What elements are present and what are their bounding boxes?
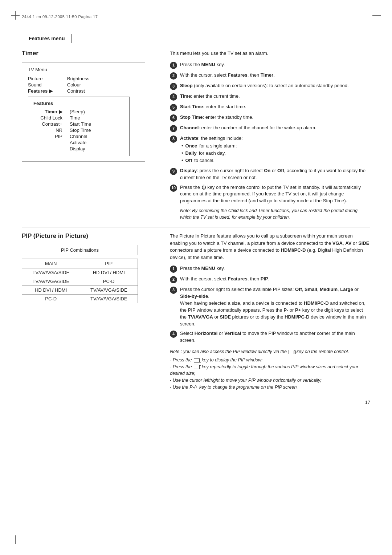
pip-left-col: PIP (Picture in Picture) PIP Combination…	[22, 232, 167, 390]
section-divider-1	[22, 227, 370, 227]
activate-bullets: • Once for a single alarm; • Daily for e…	[181, 143, 370, 164]
fsb-starttime: Start Time	[70, 121, 91, 127]
step-text-3: Sleep (only available on certain version…	[180, 82, 370, 89]
pip-step-1: 1 Press the MENU key.	[170, 265, 370, 273]
pip-col-main: MAIN	[22, 259, 80, 268]
pip-step-4: 4 Select Horizontal or Vertical to move …	[170, 330, 370, 344]
fsb-contrast: Contrast+	[33, 121, 62, 127]
step-num-4: 4	[170, 93, 177, 101]
pip-instructions: 1 Press the MENU key. 2 With the cursor,…	[170, 265, 370, 344]
pip-row1-main: TV/AV/VGA/SIDE	[22, 268, 80, 277]
step-text-5: Start Time: enter the start time.	[180, 104, 370, 110]
pip-note-b2: - Press the key repeatedly to toggle thr…	[170, 364, 370, 377]
pip-step-num-3: 3	[170, 287, 177, 294]
pip-step-text-3: Press the cursor right to select the ava…	[180, 286, 370, 327]
pip-row-2: TV/AV/VGA/SIDE PC-D	[22, 277, 138, 286]
pip-intro: The Picture In Picture feature allows yo…	[170, 232, 370, 261]
fsb-nr: NR	[33, 127, 62, 133]
pip-row-3: HD DVI / HDMI TV/AV/VGA/SIDE	[22, 286, 138, 295]
timer-step-9: 9 Display: press the cursor right to sel…	[170, 167, 370, 181]
step-num-7: 7	[170, 125, 177, 132]
timer-note: Note: By combining the Child lock and Ti…	[180, 207, 370, 220]
features-sub-items: Timer ▶ Child Lock Contrast+ NR PIP (Sle…	[33, 109, 124, 151]
fsb-pip: PIP	[33, 134, 62, 139]
timer-step-3: 3 Sleep (only available on certain versi…	[170, 82, 370, 90]
timer-step-1: 1 Press the MENU key.	[170, 61, 370, 69]
fsb-sleep: (Sleep)	[70, 109, 91, 114]
pip-row4-main: PC-D	[22, 295, 80, 303]
step-text-10: Press the ⏻ key on the remote control to…	[180, 184, 370, 205]
fsb-activate: Activate	[70, 140, 91, 145]
pip-step-text-2: With the cursor, select Features, then P…	[180, 276, 370, 283]
tv-menu-colour: Colour	[67, 82, 89, 88]
pip-note-b1: - Press the key to display the PIP windo…	[170, 357, 370, 364]
timer-step-7: 7 Channel: enter the number of the chann…	[170, 125, 370, 132]
pip-row4-pip: TV/AV/VGA/SIDE	[80, 295, 138, 303]
fsb-display: Display	[70, 146, 91, 151]
tv-menu-col2: Brightness Colour Contrast	[67, 76, 89, 94]
step-num-3: 3	[170, 83, 177, 90]
activate-once: • Once for a single alarm;	[181, 143, 370, 150]
step-num-5: 5	[170, 104, 177, 111]
step-num-8: 8	[170, 135, 177, 143]
pip-row3-pip: TV/AV/VGA/SIDE	[80, 286, 138, 295]
pip-step-text-1: Press the MENU key.	[180, 265, 370, 272]
pip-table-wrapper: PIP Combinations MAIN PIP TV/AV/VGA/SIDE…	[22, 245, 158, 303]
timer-left-col: Timer TV Menu Picture Sound Features ▶ B…	[22, 50, 167, 220]
step-text-4: Time: enter the current time.	[180, 93, 370, 100]
tv-menu-box: TV Menu Picture Sound Features ▶ Brightn…	[22, 62, 145, 162]
tv-menu-brightness: Brightness	[67, 76, 89, 81]
pip-col-pip: PIP	[80, 259, 138, 268]
features-sub-title: Features	[33, 101, 124, 106]
timer-step-8: 8 Activate: the settings include: • Once…	[170, 135, 370, 165]
timer-instructions: 1 Press the MENU key. 2 With the cursor,…	[170, 61, 370, 205]
top-divider	[22, 30, 370, 30]
meta-line: 2444.1 en 09-12-2005 11:50 Pagina 17	[22, 15, 370, 19]
step-text-6: Stop Time: enter the standby time.	[180, 114, 370, 121]
page-number: 17	[22, 400, 370, 405]
timer-step-6: 6 Stop Time: enter the standby time.	[170, 114, 370, 122]
step-text-9: Display: press the cursor right to selec…	[180, 167, 370, 181]
timer-right-col: This menu lets you use the TV set as an …	[167, 50, 370, 220]
pip-note-b3: - Use the cursor left/right to move your…	[170, 377, 370, 384]
tv-menu-features: Features ▶	[28, 88, 53, 94]
fsb-childlock: Child Lock	[33, 115, 62, 121]
pip-row2-pip: PC-D	[80, 277, 138, 286]
step-num-10: 10	[170, 185, 177, 192]
pip-row2-main: TV/AV/VGA/SIDE	[22, 277, 80, 286]
fsb-timer: Timer ▶	[33, 109, 62, 114]
pip-icon-1	[194, 358, 200, 362]
step-num-6: 6	[170, 114, 177, 122]
features-menu-heading: Features menu	[22, 34, 72, 43]
timer-step-2: 2 With the cursor, select Features, then…	[170, 72, 370, 80]
pip-row3-main: HD DVI / HDMI	[22, 286, 80, 295]
crosshair-top-right	[372, 11, 381, 20]
pip-row1-pip: HD DVI / HDMI	[80, 268, 138, 277]
pip-section: PIP (Picture in Picture) PIP Combination…	[22, 232, 370, 390]
step-text-8: Activate: the settings include: • Once f…	[180, 135, 370, 165]
pip-note-main: Note : you can also access the PIP windo…	[170, 348, 370, 355]
tv-menu-col1: Picture Sound Features ▶	[28, 76, 53, 94]
pip-step-num-2: 2	[170, 276, 177, 283]
pip-table: MAIN PIP TV/AV/VGA/SIDE HD DVI / HDMI TV…	[22, 259, 138, 303]
timer-intro: This menu lets you use the TV set as an …	[170, 50, 370, 57]
crosshair-top-left	[11, 11, 20, 20]
timer-step-10: 10 Press the ⏻ key on the remote control…	[170, 184, 370, 205]
pip-row-1: TV/AV/VGA/SIDE HD DVI / HDMI	[22, 268, 138, 277]
pip-step-num-4: 4	[170, 331, 177, 338]
fsb-stoptime: Stop Time	[70, 127, 91, 133]
tv-menu-contrast: Contrast	[67, 88, 89, 94]
pip-note-b4: - Use the P-/+ key to change the program…	[170, 384, 370, 391]
step-num-9: 9	[170, 168, 177, 175]
crosshair-bottom-right	[372, 535, 381, 544]
pip-step-num-1: 1	[170, 266, 177, 273]
pip-step-2: 2 With the cursor, select Features, then…	[170, 276, 370, 283]
tv-menu-title: TV Menu	[28, 67, 139, 72]
pip-step-3: 3 Press the cursor right to select the a…	[170, 286, 370, 327]
timer-step-4: 4 Time: enter the current time.	[170, 93, 370, 101]
pip-icon-2	[194, 365, 200, 369]
pip-table-title: PIP Combinations	[22, 245, 138, 255]
step-num-1: 1	[170, 62, 177, 69]
fsb-col1: Timer ▶ Child Lock Contrast+ NR PIP	[33, 109, 62, 151]
features-sub-box: Features Timer ▶ Child Lock Contrast+ NR…	[28, 97, 130, 156]
